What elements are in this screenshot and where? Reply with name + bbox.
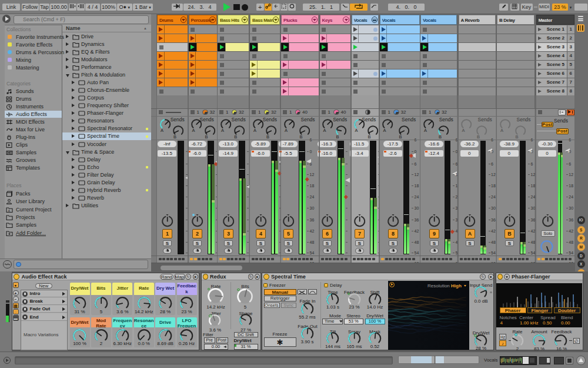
svg-text:A: A bbox=[8, 208, 11, 212]
